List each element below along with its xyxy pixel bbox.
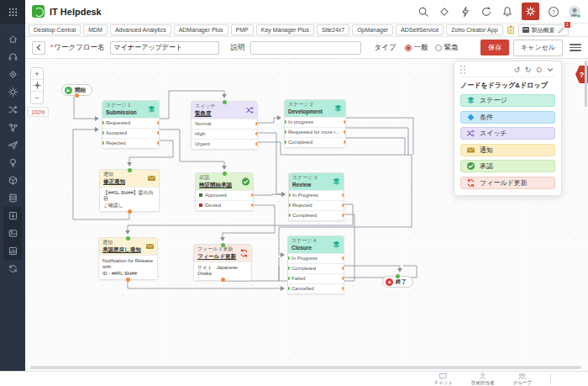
drag-handle-icon[interactable] <box>460 66 466 74</box>
output-port-dot[interactable] <box>221 278 225 282</box>
tab-admanager-plus[interactable]: ADManager Plus <box>174 24 228 35</box>
bell-icon[interactable] <box>501 5 514 19</box>
sidebar-item-shuffle-icon[interactable] <box>3 101 22 119</box>
description-input[interactable] <box>250 41 361 55</box>
node-row-in-progress[interactable]: In progress <box>285 117 345 127</box>
type-radio-urgent[interactable]: 緊急 <box>435 43 459 53</box>
zoom-in-button[interactable]: + <box>31 68 43 80</box>
tab-mdm[interactable]: MDM <box>83 24 108 35</box>
save-button[interactable]: 保存 <box>480 40 509 56</box>
palette-item-switch[interactable]: スイッチ <box>460 127 555 140</box>
node-stage4[interactable]: ステージ 4ClosureIn ProgressCompletedFailedC… <box>287 235 344 294</box>
tab-product-overview[interactable]: 製品概要1 <box>518 24 569 36</box>
history-icon[interactable] <box>480 5 493 19</box>
input-port-dot[interactable] <box>223 100 227 104</box>
sidebar-item-sync-icon[interactable] <box>3 260 22 278</box>
input-port-dot[interactable] <box>223 172 227 176</box>
zoom-out-button[interactable]: − <box>31 92 43 103</box>
redo-icon[interactable]: ↻ <box>522 65 533 76</box>
sidebar-item-cube-icon[interactable] <box>3 172 22 189</box>
palette-item-stage[interactable]: ステージ <box>460 94 555 107</box>
sidebar-item-database-icon[interactable] <box>3 189 22 207</box>
zoom-level-badge[interactable]: 100% <box>28 107 49 117</box>
tab-adselfservice[interactable]: ADSelfService <box>396 24 444 35</box>
input-port-dot[interactable] <box>128 168 132 172</box>
node-stage3[interactable]: ステージ 3ReviewIn ProgressRejectedCompleted <box>288 172 344 221</box>
sidebar-item-image-icon[interactable] <box>3 225 22 242</box>
output-port-dot[interactable] <box>126 278 130 282</box>
node-row-completed[interactable]: Completed <box>288 263 344 273</box>
node-update1[interactable]: フィールド更新フィールド更新サイト : Japanese Osaka <box>193 244 252 281</box>
collapse-chevron-icon[interactable] <box>544 65 555 76</box>
workflow-name-input[interactable] <box>110 41 219 55</box>
pan-crosshair-button[interactable] <box>31 80 43 92</box>
workflow-canvas[interactable]: + − 100% ↺ ↻ ⊙ ノードをドラッグ&ドロップ ステージ条件スイッチ通… <box>25 59 588 371</box>
node-row-requested[interactable]: Requested <box>102 118 159 128</box>
avatar-icon[interactable] <box>568 5 581 19</box>
sidebar-item-plane-icon[interactable] <box>3 136 22 154</box>
sidebar-item-bulb-icon[interactable] <box>3 154 22 172</box>
tab-desktop-central[interactable]: Desktop Central <box>29 24 81 35</box>
node-row-rejected[interactable]: Rejected <box>289 200 344 210</box>
node-row-failed[interactable]: Failed <box>288 273 344 283</box>
zap-icon[interactable] <box>459 5 472 19</box>
input-port-dot[interactable] <box>396 274 400 278</box>
horizontal-scrollbar[interactable] <box>30 366 581 369</box>
input-port-dot[interactable] <box>126 236 130 241</box>
sidebar-item-inbox-icon[interactable] <box>3 207 22 225</box>
tab-site24x7[interactable]: Site24x7 <box>317 24 349 35</box>
input-port-dot[interactable] <box>221 243 225 247</box>
tab-zoho-creator-app[interactable]: Zoho Creator App <box>446 24 502 35</box>
node-row-cancelled[interactable]: Cancelled <box>288 283 344 293</box>
node-notify1[interactable]: 通知修正通知【##SL-$Id##】提出内容 ご確認し <box>99 169 160 212</box>
output-port-dot[interactable] <box>75 93 79 98</box>
node-row-urgent[interactable]: Urgent <box>192 139 257 149</box>
node-row-completed[interactable]: Completed <box>285 137 345 147</box>
output-port-dot[interactable] <box>128 209 132 214</box>
footer-item-group[interactable]: グループ <box>513 372 532 386</box>
footer-item-chat[interactable]: チャット <box>434 372 454 386</box>
node-stage2[interactable]: ステージ 2DevelopmentIn progressRequested fo… <box>284 99 346 148</box>
footer-item-person[interactable]: 技術担当者 <box>471 372 495 386</box>
palette-item-notify[interactable]: 通知 <box>460 144 555 156</box>
node-row-approved[interactable]: Approved <box>196 190 253 200</box>
palette-item-approval[interactable]: 承認 <box>460 160 555 172</box>
node-approval1[interactable]: 承認検証開始承認ApprovedDenied <box>195 172 254 211</box>
clipboard-icon[interactable] <box>506 25 516 35</box>
sidebar-item-nodes-icon[interactable] <box>3 119 22 136</box>
navigator-icon[interactable] <box>438 5 451 19</box>
node-stage1[interactable]: ステージ 1SubmissionRequestedAcceptedRejecte… <box>102 100 160 149</box>
node-end[interactable]: ■終了 <box>382 276 413 288</box>
node-row-high[interactable]: High <box>192 129 257 139</box>
settings-icon[interactable] <box>522 3 539 20</box>
tab-key-manager-plus[interactable]: Key Manager Plus <box>256 24 314 35</box>
target-icon[interactable]: ⊙ <box>533 65 544 76</box>
palette-item-update[interactable]: フィールド更新 <box>460 177 555 189</box>
back-button[interactable] <box>32 41 45 55</box>
sidebar-item-spark-icon[interactable] <box>3 83 22 101</box>
node-row-denied[interactable]: Denied <box>196 200 253 210</box>
type-radio-general[interactable]: 一般 <box>405 43 428 53</box>
node-switch1[interactable]: スイッチ緊急度NormalHighUrgent <box>191 101 258 150</box>
node-row-requested-for-more-in-[interactable]: Requested for more in... <box>285 127 345 137</box>
node-notify2[interactable]: 通知承認差戻し通知Notification for Release with I… <box>98 237 158 280</box>
tab-opmanager[interactable]: OpManager <box>352 24 393 35</box>
node-row-in-progress[interactable]: In Progress <box>288 253 344 263</box>
palette-item-condition[interactable]: 条件 <box>460 111 555 124</box>
tab-advanced-analytics[interactable]: Advanced Analytics <box>110 24 171 35</box>
node-row-rejected[interactable]: Rejected <box>102 138 159 148</box>
vertical-scrollbar[interactable] <box>585 61 587 107</box>
cancel-button[interactable]: キャンセル <box>513 40 563 56</box>
search-icon[interactable] <box>417 5 430 19</box>
help-icon[interactable]: ? <box>547 5 560 19</box>
node-row-completed[interactable]: Completed <box>289 210 344 220</box>
node-row-in-progress[interactable]: In Progress <box>289 190 344 200</box>
sidebar-item-headset-icon[interactable] <box>3 48 22 66</box>
toolbar-menu-icon[interactable] <box>570 42 581 54</box>
sidebar-item-home-icon[interactable] <box>3 30 22 48</box>
sidebar-item-tag-icon[interactable] <box>3 66 22 83</box>
node-row-normal[interactable]: Normal <box>192 119 257 129</box>
sidebar-item-chart-icon[interactable] <box>3 242 22 260</box>
node-row-accepted[interactable]: Accepted <box>102 128 159 138</box>
undo-icon[interactable]: ↺ <box>512 65 522 76</box>
